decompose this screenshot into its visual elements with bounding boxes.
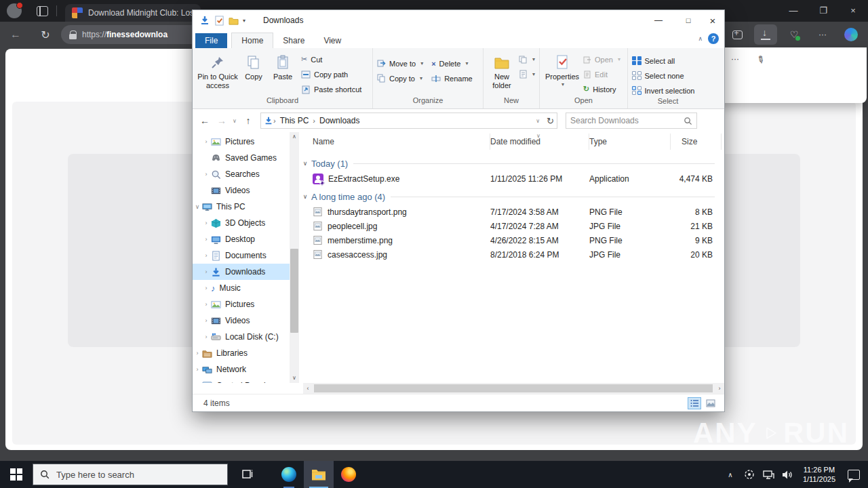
sidebar-item-desktop[interactable]: ›Desktop xyxy=(193,231,290,247)
scroll-down-icon[interactable]: ∨ xyxy=(290,373,299,383)
tree-scrollbar[interactable]: ∧ ∨ xyxy=(290,132,299,383)
action-center-icon[interactable] xyxy=(844,461,864,488)
copy-button[interactable]: Copy xyxy=(240,51,267,81)
browser-close-button[interactable]: × xyxy=(838,0,868,20)
qat-properties-icon[interactable] xyxy=(214,16,224,26)
network-icon[interactable] xyxy=(761,461,776,488)
scroll-left-icon[interactable]: ‹ xyxy=(303,385,313,392)
easy-access-item-button[interactable]: ▾ xyxy=(519,53,535,66)
move-to-button[interactable]: Move to▾ xyxy=(377,57,423,70)
refresh-icon[interactable]: ↻ xyxy=(547,116,554,126)
sidebar-item-network[interactable]: ›Network xyxy=(193,361,290,378)
edit-button[interactable]: Edit xyxy=(583,68,620,81)
tab-share[interactable]: Share xyxy=(273,33,314,48)
details-view-button[interactable] xyxy=(688,397,701,409)
workspaces-icon[interactable] xyxy=(37,6,48,16)
cut-button[interactable]: ✂Cut xyxy=(301,53,361,66)
sidebar-item-control-panel[interactable]: ∨Control Panel xyxy=(193,378,290,383)
invert-selection-button[interactable]: Invert selection xyxy=(632,84,694,97)
explorer-minimize-button[interactable]: — xyxy=(648,13,669,28)
sidebar-item-pictures[interactable]: ›Pictures xyxy=(193,134,290,150)
search-box[interactable] xyxy=(566,113,697,129)
new-folder-button[interactable]: New folder xyxy=(488,51,516,89)
address-dropdown-icon[interactable]: ∨ xyxy=(536,118,540,124)
column-header-size[interactable]: Size xyxy=(671,134,722,150)
sidebar-item-music[interactable]: ›♪Music xyxy=(193,280,290,296)
sidebar-item-this-pc[interactable]: ∨This PC xyxy=(193,199,290,215)
column-header-name[interactable]: Name xyxy=(299,134,490,150)
column-header-type[interactable]: Type xyxy=(589,134,671,150)
recent-locations-icon[interactable]: ∨ xyxy=(229,118,240,124)
help-icon[interactable]: ? xyxy=(708,33,719,44)
tab-view[interactable]: View xyxy=(314,33,351,48)
sidebar-item-pictures-2[interactable]: ›Pictures xyxy=(193,296,290,312)
taskbar-search[interactable] xyxy=(33,464,228,485)
address-box[interactable]: › This PC › Downloads ∨ ↻ xyxy=(260,113,557,129)
group-collapse-icon[interactable]: ∨ xyxy=(299,193,311,200)
horizontal-scrollbar-thumb[interactable] xyxy=(314,384,713,392)
up-icon[interactable]: ↑ xyxy=(240,115,256,126)
group-header-today[interactable]: ∨ Today (1) xyxy=(299,155,724,171)
copy-to-button[interactable]: Copy to▾ xyxy=(377,72,423,85)
sidebar-item-saved-games[interactable]: Saved Games xyxy=(193,150,290,166)
qat-new-folder-icon[interactable] xyxy=(229,16,239,26)
qat-customize-icon[interactable]: ▾ xyxy=(243,18,245,24)
taskbar-search-input[interactable] xyxy=(56,470,220,480)
search-input[interactable] xyxy=(570,116,684,125)
copilot-icon[interactable] xyxy=(840,24,863,45)
tray-app-icon[interactable] xyxy=(742,461,757,488)
breadcrumb-this-pc[interactable]: This PC xyxy=(276,116,313,125)
task-view-button[interactable] xyxy=(232,461,262,488)
taskbar-edge-button[interactable] xyxy=(274,461,304,488)
taskbar-file-explorer-button[interactable] xyxy=(304,461,334,488)
easy-access-button[interactable]: ▾ xyxy=(519,68,535,81)
select-all-button[interactable]: Select all xyxy=(632,54,694,67)
browser-menu-icon[interactable]: ··· xyxy=(811,24,834,45)
tab-home[interactable]: Home xyxy=(231,33,273,48)
downloads-icon[interactable] xyxy=(754,24,777,45)
tray-show-hidden-icon[interactable]: ∧ xyxy=(723,461,738,488)
file-row[interactable]: memberstime.png 4/26/2022 8:15 AM PNG Fi… xyxy=(299,233,724,247)
file-row[interactable]: casesaccess.jpg 8/21/2018 6:24 PM JPG Fi… xyxy=(299,247,724,262)
select-none-button[interactable]: Select none xyxy=(632,69,694,82)
copy-path-button[interactable]: Copy path xyxy=(301,68,361,81)
sidebar-item-downloads[interactable]: ›Downloads xyxy=(193,264,290,280)
taskbar-clock[interactable]: 11:26 PM 1/11/2025 xyxy=(799,465,840,485)
explorer-titlebar[interactable]: ▾ Downloads — □ × xyxy=(193,10,724,30)
paste-button[interactable]: Paste xyxy=(269,51,297,81)
sidebar-item-3d-objects[interactable]: ›3D Objects xyxy=(193,215,290,231)
breadcrumb-downloads[interactable]: Downloads xyxy=(315,116,363,125)
explorer-close-button[interactable]: × xyxy=(703,13,723,28)
new-tab-icon[interactable] xyxy=(726,24,749,45)
scroll-up-icon[interactable]: ∧ xyxy=(290,132,299,142)
flyout-pin-icon[interactable]: ✎ xyxy=(754,53,767,66)
taskbar-firefox-button[interactable] xyxy=(334,461,363,488)
ribbon-collapse-icon[interactable]: ∧ xyxy=(698,35,703,42)
rename-button[interactable]: Rename xyxy=(431,72,473,85)
explorer-maximize-button[interactable]: □ xyxy=(678,13,698,28)
browser-restore-button[interactable]: ❐ xyxy=(808,0,838,20)
browser-refresh-icon[interactable]: ↻ xyxy=(35,28,56,41)
sidebar-item-local-disk-c[interactable]: ›Local Disk (C:) xyxy=(193,329,290,345)
tree-scrollbar-thumb[interactable] xyxy=(290,249,298,333)
group-header-a-long-time-ago[interactable]: ∨ A long time ago (4) xyxy=(299,188,724,205)
group-collapse-icon[interactable]: ∨ xyxy=(299,160,311,167)
browser-profile-avatar[interactable] xyxy=(7,3,22,18)
start-button[interactable] xyxy=(0,461,33,488)
paste-shortcut-button[interactable]: Paste shortcut xyxy=(301,83,361,96)
browser-back-icon[interactable]: ← xyxy=(5,28,26,41)
volume-icon[interactable] xyxy=(780,461,795,488)
browser-tab[interactable]: Download Midnight Club: Los A xyxy=(65,4,201,22)
back-icon[interactable]: ← xyxy=(195,115,214,126)
flyout-more-icon[interactable]: ··· xyxy=(731,54,739,64)
thumbnail-view-button[interactable] xyxy=(704,397,717,409)
file-row[interactable]: EzExtractSetup.exe 1/11/2025 11:26 PM Ap… xyxy=(299,171,724,186)
file-row[interactable]: peoplecell.jpg 4/17/2024 7:28 AM JPG Fil… xyxy=(299,219,724,233)
browser-essentials-icon[interactable]: ♡ xyxy=(783,24,806,45)
delete-button[interactable]: ×Delete▾ xyxy=(431,57,473,70)
sidebar-item-libraries[interactable]: ›Libraries xyxy=(193,345,290,361)
forward-icon[interactable]: → xyxy=(214,115,229,126)
open-button[interactable]: Open▾ xyxy=(583,53,620,66)
sidebar-item-searches[interactable]: ›Searches xyxy=(193,166,290,182)
file-row[interactable]: thursdaytransport.png 7/17/2024 3:58 AM … xyxy=(299,205,724,219)
